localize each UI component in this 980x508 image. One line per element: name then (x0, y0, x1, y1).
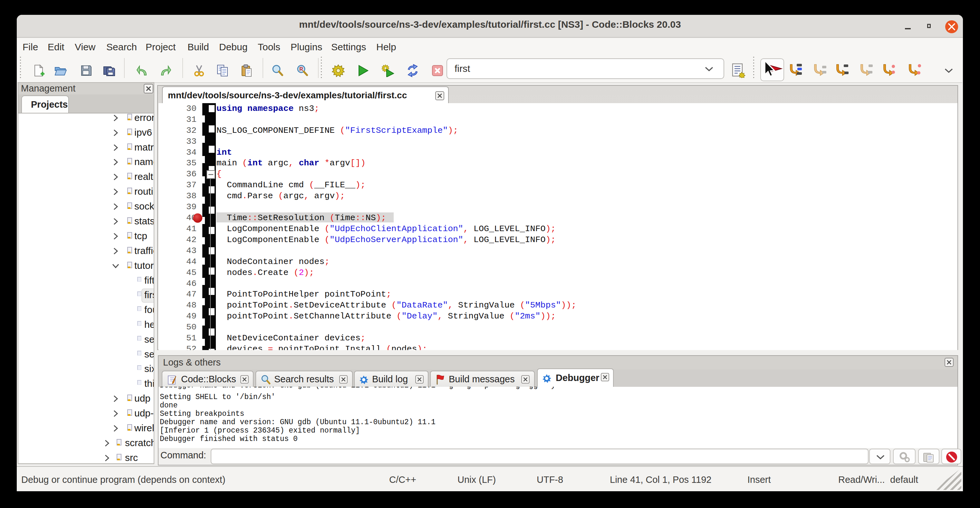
svg-text:R: R (299, 66, 303, 72)
